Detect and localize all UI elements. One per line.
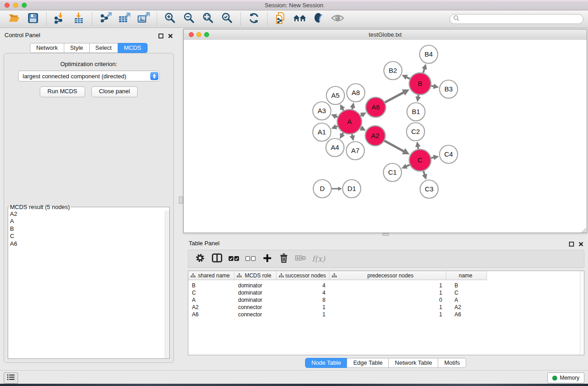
- cell-name[interactable]: A6: [446, 311, 487, 318]
- cell-successor-nodes[interactable]: 4: [277, 290, 330, 296]
- cell-shared-name[interactable]: C: [188, 290, 234, 296]
- cell-shared-name[interactable]: B: [188, 282, 234, 289]
- column-header-predecessor-nodes[interactable]: predecessor nodes: [330, 271, 446, 280]
- close-panel-button[interactable]: Close panel: [91, 86, 138, 97]
- import-table-button[interactable]: [72, 12, 86, 26]
- graph-node-A4[interactable]: A4: [326, 138, 344, 157]
- graph-edge-A-A7[interactable]: [352, 134, 353, 136]
- float-panel-icon[interactable]: [569, 240, 574, 248]
- graph-edge-A-A6[interactable]: [361, 115, 362, 116]
- graph-node-C4[interactable]: C4: [440, 145, 458, 163]
- column-header-name[interactable]: name: [446, 271, 487, 280]
- graph-edge-A-A3[interactable]: [335, 116, 338, 117]
- graph-node-B1[interactable]: B1: [407, 103, 425, 121]
- select-all-button[interactable]: [228, 253, 239, 264]
- cell-predecessor-nodes[interactable]: 1: [330, 290, 446, 296]
- cell-successor-nodes[interactable]: 8: [277, 297, 330, 303]
- graph-edge-A-A5[interactable]: [342, 109, 343, 111]
- import-network-button[interactable]: [53, 12, 67, 26]
- cell-successor-nodes[interactable]: 1: [277, 304, 330, 310]
- graph-edge-C-C2[interactable]: [418, 146, 418, 149]
- export-image-button[interactable]: [136, 12, 151, 26]
- graph-node-D1[interactable]: D1: [343, 180, 361, 198]
- tab-select[interactable]: Select: [89, 43, 118, 53]
- network-canvas[interactable]: AA1A2A3A4A5A6A7A8BB1B2B3B4CC1C2C3C4DD1: [184, 40, 587, 233]
- cell-shared-name[interactable]: A: [188, 297, 234, 303]
- result-item[interactable]: C: [8, 233, 169, 240]
- cell-predecessor-nodes[interactable]: 1: [330, 282, 446, 289]
- tab-style[interactable]: Style: [64, 43, 90, 53]
- zoom-in-button[interactable]: [163, 12, 177, 26]
- export-table-button[interactable]: [117, 12, 132, 26]
- zoom-fit-button[interactable]: [201, 12, 215, 26]
- table-row[interactable]: Bdominator41B: [188, 282, 584, 289]
- graph-node-A7[interactable]: A7: [346, 142, 364, 160]
- memory-button[interactable]: Memory: [547, 372, 584, 383]
- cell-MCDS-role[interactable]: dominator: [234, 297, 277, 303]
- graph-node-A6[interactable]: A6: [366, 97, 386, 117]
- cell-MCDS-role[interactable]: dominator: [234, 282, 277, 289]
- graph-edge-A-A1[interactable]: [336, 126, 338, 127]
- tab-network-table[interactable]: Network Table: [388, 358, 438, 368]
- create-column-button[interactable]: [262, 253, 272, 264]
- table-row[interactable]: Cdominator41C: [188, 289, 584, 296]
- divider-grabber[interactable]: [179, 196, 183, 204]
- show-graphics-details-button[interactable]: [330, 12, 345, 26]
- graph-node-A3[interactable]: A3: [313, 102, 331, 120]
- cell-MCDS-role[interactable]: dominator: [234, 290, 277, 296]
- home-view-button[interactable]: [292, 12, 307, 26]
- graph-edge-C-C4[interactable]: [431, 157, 434, 158]
- show-columns-button[interactable]: [211, 253, 222, 264]
- function-builder-button[interactable]: f(x): [312, 253, 325, 264]
- tab-node-table[interactable]: Node Table: [305, 358, 348, 368]
- delete-table-button[interactable]: [295, 253, 306, 264]
- result-item[interactable]: A: [8, 218, 169, 225]
- cell-predecessor-nodes[interactable]: 1: [330, 311, 446, 318]
- graph-edge-B-B3[interactable]: [431, 86, 434, 86]
- table-scrollbar[interactable]: [580, 271, 584, 355]
- graph-edge-A-A8[interactable]: [352, 107, 353, 110]
- zoom-selected-button[interactable]: [220, 12, 234, 26]
- graph-node-C[interactable]: C: [409, 149, 431, 171]
- graph-edge-B-B1[interactable]: [418, 95, 419, 97]
- close-panel-icon[interactable]: [168, 32, 173, 40]
- graph-node-A5[interactable]: A5: [326, 86, 344, 105]
- criterion-dropdown[interactable]: largest connected component (directed): [18, 71, 160, 81]
- graph-node-C1[interactable]: C1: [383, 163, 402, 181]
- cell-name[interactable]: C: [446, 290, 487, 296]
- column-header-successor-nodes[interactable]: successor nodes: [277, 271, 330, 280]
- result-item[interactable]: B: [8, 225, 169, 233]
- search-box[interactable]: [449, 14, 583, 24]
- result-scrollbar[interactable]: [165, 210, 169, 358]
- horizontal-split-divider[interactable]: [183, 233, 588, 236]
- graph-node-D[interactable]: D: [313, 180, 331, 198]
- column-header-MCDS-role[interactable]: MCDS role: [234, 271, 277, 280]
- graph-node-C3[interactable]: C3: [420, 180, 438, 198]
- graph-edge-A-A4[interactable]: [342, 133, 343, 134]
- graph-edge-C-C1[interactable]: [406, 165, 410, 167]
- tab-motifs[interactable]: Motifs: [438, 358, 466, 368]
- search-input[interactable]: [459, 15, 583, 23]
- graph-node-B[interactable]: B: [409, 73, 431, 95]
- float-panel-icon[interactable]: [158, 32, 163, 40]
- open-session-button[interactable]: [7, 12, 21, 26]
- table-row[interactable]: A2connector11A2: [188, 304, 584, 311]
- graph-edge-A-A2[interactable]: [361, 128, 362, 128]
- tab-mcds[interactable]: MCDS: [118, 43, 148, 53]
- vizmapper-button[interactable]: [311, 12, 326, 26]
- vertical-split-divider[interactable]: [177, 28, 183, 370]
- graph-node-A2[interactable]: A2: [365, 126, 385, 146]
- graph-node-A1[interactable]: A1: [313, 123, 331, 141]
- cell-shared-name[interactable]: A2: [188, 304, 234, 310]
- column-settings-button[interactable]: [195, 253, 206, 264]
- result-item[interactable]: A2: [8, 210, 169, 218]
- cell-shared-name[interactable]: A6: [188, 311, 234, 318]
- result-item[interactable]: A6: [8, 240, 169, 248]
- save-session-button[interactable]: [26, 12, 40, 26]
- run-mcds-button[interactable]: Run MCDS: [40, 86, 85, 97]
- deselect-all-button[interactable]: [245, 253, 256, 264]
- task-history-button[interactable]: [4, 372, 18, 384]
- resize-grip-icon[interactable]: [581, 227, 587, 233]
- graph-node-A8[interactable]: A8: [347, 84, 365, 102]
- cell-MCDS-role[interactable]: connector: [234, 304, 277, 310]
